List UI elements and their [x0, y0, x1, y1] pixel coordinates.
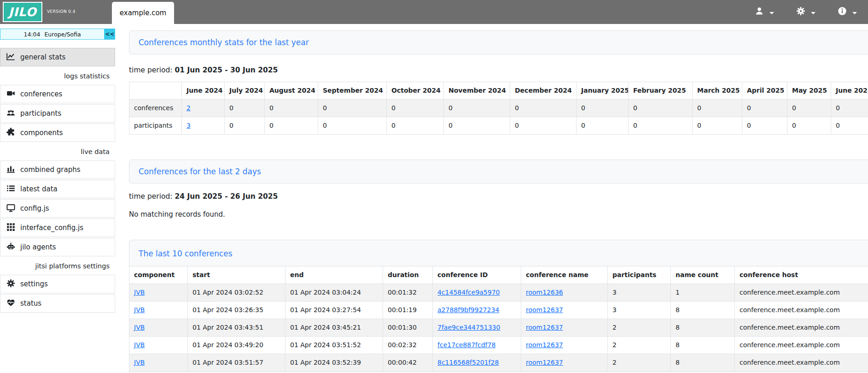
cell-link[interactable]: room12637: [526, 359, 563, 366]
sidebar-collapse-button[interactable]: <<: [105, 29, 115, 40]
table-cell: 8c116568f5201f28: [433, 354, 521, 372]
table-cell: room12637: [521, 302, 608, 319]
info-icon: [838, 6, 847, 18]
table-cell: 0: [742, 117, 787, 135]
table-cell: 2: [608, 319, 671, 337]
clock-widget: 14:04 Europe/Sofia: [0, 29, 105, 40]
cell-link[interactable]: room12637: [526, 324, 563, 331]
sidebar-item-label: conferences: [20, 90, 62, 98]
table-cell: 00:00:42: [383, 354, 433, 372]
cell-link[interactable]: JVB: [134, 359, 145, 366]
cell-link[interactable]: JVB: [134, 306, 145, 314]
table-cell: 0: [225, 117, 265, 135]
sidebar-item-combined-graphs[interactable]: combined graphs: [0, 160, 115, 179]
sidebar-item-label: general stats: [20, 53, 65, 61]
platform-tab[interactable]: example.com: [112, 2, 174, 24]
sidebar-item-jilo-agents[interactable]: jilo agents: [0, 238, 115, 256]
cell-link[interactable]: room12637: [526, 341, 563, 349]
table-cell: 3: [182, 117, 225, 135]
table-row: JVB01 Apr 2024 03:26:3501 Apr 2024 03:27…: [129, 302, 868, 319]
cell-link[interactable]: 7fae9ce344751330: [437, 324, 500, 331]
sidebar-item-interface-config-js[interactable]: interface_config.js: [0, 219, 115, 237]
table-cell: 0: [387, 117, 444, 135]
cell-link[interactable]: JVB: [134, 341, 145, 349]
sidebar-item-participants[interactable]: participants: [0, 104, 115, 123]
column-header: [129, 82, 182, 100]
table-cell: JVB: [129, 284, 188, 302]
user-menu-toggle[interactable]: [755, 6, 774, 18]
table-cell: a2788f9bf9927234: [433, 302, 521, 319]
cell-link[interactable]: 3: [186, 122, 191, 129]
app-logo[interactable]: JILO: [3, 2, 42, 22]
sidebar-item-status[interactable]: status: [0, 294, 115, 313]
column-header: June 2025: [831, 82, 868, 100]
robot-icon: [6, 242, 15, 253]
table-cell: 1: [671, 284, 735, 302]
monitor-icon: [6, 203, 15, 214]
column-header: February 2025: [629, 82, 693, 100]
sidebar-item-conferences[interactable]: conferences: [0, 85, 115, 103]
table-cell: 0: [787, 100, 831, 117]
recent-conferences-title: Conferences for the last 2 days: [139, 167, 261, 176]
cell-link[interactable]: 8c116568f5201f28: [437, 359, 499, 366]
table-cell: conference.meet.example.com: [735, 319, 868, 337]
grid-icon: [6, 223, 15, 233]
table-header-row: componentstartenddurationconference IDco…: [129, 266, 868, 284]
sidebar-item-settings[interactable]: settings: [0, 275, 115, 293]
sidebar: 14:04 Europe/Sofia << general stats logs…: [0, 24, 115, 373]
last10-conferences-title: The last 10 conferences: [129, 240, 868, 266]
sidebar-section-jitsi-platforms-settings: jitsi platforms settings: [0, 257, 115, 275]
sidebar-item-components[interactable]: components: [0, 124, 115, 142]
table-cell: JVB: [129, 302, 188, 319]
table-cell: 0: [831, 100, 868, 117]
sidebar-item-label: components: [20, 129, 63, 137]
cell-link[interactable]: JVB: [134, 289, 145, 296]
table-cell: room12637: [521, 354, 608, 372]
time-period-value: 24 Jun 2025 - 26 Jun 2025: [175, 192, 278, 201]
cell-link[interactable]: 4c14584fce9a5970: [437, 289, 500, 296]
table-cell: 01 Apr 2024 03:45:21: [285, 319, 383, 337]
column-header: March 2025: [693, 82, 742, 100]
table-cell: 3: [608, 284, 671, 302]
monthly-stats-title: Conferences monthly stats for the last y…: [139, 38, 309, 47]
sidebar-item-latest-data[interactable]: latest data: [0, 180, 115, 198]
recent-conferences-card-header: Conferences for the last 2 days: [129, 160, 868, 184]
sidebar-item-label: jilo agents: [20, 243, 56, 251]
table-cell: 0: [742, 100, 787, 117]
table-cell: 0: [577, 100, 629, 117]
table-cell: 0: [225, 100, 265, 117]
cell-link[interactable]: room12637: [526, 306, 563, 314]
table-cell: 0: [693, 117, 742, 135]
table-cell: 0: [510, 100, 577, 117]
last10-conferences-table: componentstartenddurationconference IDco…: [129, 266, 868, 372]
table-cell: 01 Apr 2024 03:43:51: [188, 319, 285, 337]
info-menu-toggle[interactable]: [838, 6, 857, 18]
table-row: conferences2000000000000: [129, 100, 868, 117]
clock-row: 14:04 Europe/Sofia <<: [0, 29, 115, 40]
table-cell: 4c14584fce9a5970: [433, 284, 521, 302]
table-cell: room12637: [521, 337, 608, 354]
table-row: participants3000000000000: [129, 117, 868, 135]
cell-link[interactable]: room12636: [526, 289, 563, 296]
table-cell: 01 Apr 2024 03:51:57: [188, 354, 285, 372]
table-cell: 0: [387, 100, 444, 117]
cell-link[interactable]: a2788f9bf9927234: [437, 306, 499, 314]
column-header: conference host: [735, 266, 868, 284]
cell-link[interactable]: JVB: [134, 324, 145, 331]
cell-link[interactable]: 2: [186, 104, 191, 112]
time-period-label: time period:: [129, 66, 173, 74]
cell-link[interactable]: fce17ce887fcdf78: [437, 341, 495, 349]
sidebar-item-general-stats[interactable]: general stats: [0, 48, 115, 66]
sidebar-item-label: interface_config.js: [20, 224, 83, 232]
table-header-row: June 2024July 2024August 2024September 2…: [129, 82, 868, 100]
table-cell: 8: [671, 319, 735, 337]
sidebar-item-config-js[interactable]: config.js: [0, 199, 115, 218]
table-cell: conference.meet.example.com: [735, 302, 868, 319]
platform-tab-label: example.com: [120, 9, 166, 17]
settings-menu-toggle[interactable]: [796, 6, 816, 18]
table-cell: 01 Apr 2024 03:52:39: [285, 354, 383, 372]
table-cell: 8: [671, 302, 735, 319]
column-header: June 2024: [182, 82, 225, 100]
table-cell: room12636: [521, 284, 608, 302]
table-cell: conference.meet.example.com: [735, 354, 868, 372]
